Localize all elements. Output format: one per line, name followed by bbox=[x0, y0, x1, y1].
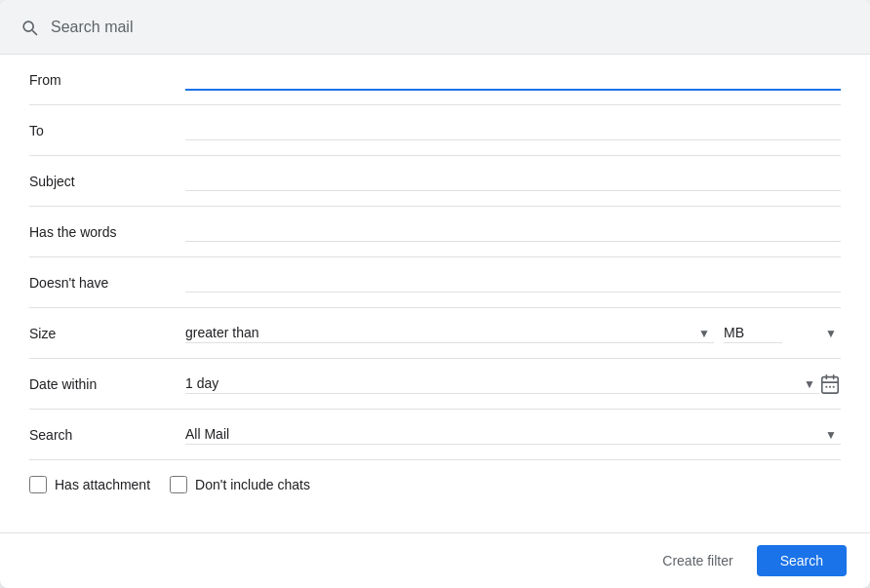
date-row: Date within 1 day 3 days 1 week 2 weeks … bbox=[29, 359, 841, 410]
to-row: To bbox=[29, 105, 841, 156]
has-attachment-label[interactable]: Has attachment bbox=[29, 476, 150, 493]
dont-include-chats-text: Don't include chats bbox=[195, 477, 310, 492]
has-words-label: Has the words bbox=[29, 224, 185, 240]
date-controls: 1 day 3 days 1 week 2 weeks 1 month 2 mo… bbox=[185, 373, 841, 395]
subject-label: Subject bbox=[29, 174, 185, 189]
size-unit-select[interactable]: MB KB Bytes bbox=[724, 323, 782, 343]
has-words-row: Has the words bbox=[29, 207, 841, 257]
form-area: From To Subject Has the words Doesn't ha… bbox=[0, 55, 870, 532]
subject-input[interactable] bbox=[185, 171, 841, 191]
allmail-select-wrap: All Mail Inbox Sent Drafts Spam Trash ▼ bbox=[185, 424, 841, 445]
has-attachment-text: Has attachment bbox=[55, 477, 150, 492]
size-select-wrap: greater than less than ▼ bbox=[185, 323, 714, 343]
date-label: Date within bbox=[29, 376, 185, 392]
search-icon bbox=[20, 18, 39, 37]
doesnt-have-input[interactable] bbox=[185, 272, 841, 293]
allmail-select[interactable]: All Mail Inbox Sent Drafts Spam Trash bbox=[185, 424, 841, 445]
doesnt-have-row: Doesn't have bbox=[29, 257, 841, 308]
date-select[interactable]: 1 day 3 days 1 week 2 weeks 1 month 2 mo… bbox=[185, 373, 819, 394]
checkbox-row: Has attachment Don't include chats bbox=[29, 460, 841, 503]
svg-rect-1 bbox=[825, 385, 827, 387]
size-select[interactable]: greater than less than bbox=[185, 323, 714, 343]
date-select-wrap: 1 day 3 days 1 week 2 weeks 1 month 2 mo… bbox=[185, 373, 819, 394]
doesnt-have-label: Doesn't have bbox=[29, 275, 185, 291]
to-label: To bbox=[29, 123, 185, 138]
has-words-input[interactable] bbox=[185, 221, 841, 242]
svg-rect-2 bbox=[829, 385, 831, 387]
allmail-row: Search All Mail Inbox Sent Drafts Spam T… bbox=[29, 410, 841, 460]
search-bar-placeholder: Search mail bbox=[51, 19, 133, 36]
svg-rect-0 bbox=[822, 376, 839, 393]
size-unit-wrap: MB KB Bytes ▼ bbox=[724, 323, 841, 343]
search-field-label: Search bbox=[29, 427, 185, 443]
calendar-icon[interactable] bbox=[819, 373, 841, 395]
size-row: Size greater than less than ▼ MB KB Byte… bbox=[29, 308, 841, 359]
from-label: From bbox=[29, 72, 185, 88]
search-button[interactable]: Search bbox=[757, 545, 847, 576]
dont-include-chats-label[interactable]: Don't include chats bbox=[170, 476, 310, 493]
main-container: Search mail From To Subject Has the word… bbox=[0, 0, 870, 588]
size-label: Size bbox=[29, 326, 185, 341]
size-controls: greater than less than ▼ MB KB Bytes ▼ bbox=[185, 323, 841, 343]
svg-rect-3 bbox=[833, 385, 835, 387]
dont-include-chats-checkbox[interactable] bbox=[170, 476, 187, 493]
footer: Create filter Search bbox=[0, 532, 870, 588]
from-row: From bbox=[29, 55, 841, 105]
search-bar: Search mail bbox=[0, 0, 870, 55]
size-unit-arrow-icon: ▼ bbox=[825, 327, 837, 340]
has-attachment-checkbox[interactable] bbox=[29, 476, 47, 493]
from-input[interactable] bbox=[185, 69, 841, 91]
create-filter-button[interactable]: Create filter bbox=[651, 545, 744, 576]
to-input[interactable] bbox=[185, 120, 841, 140]
subject-row: Subject bbox=[29, 156, 841, 207]
